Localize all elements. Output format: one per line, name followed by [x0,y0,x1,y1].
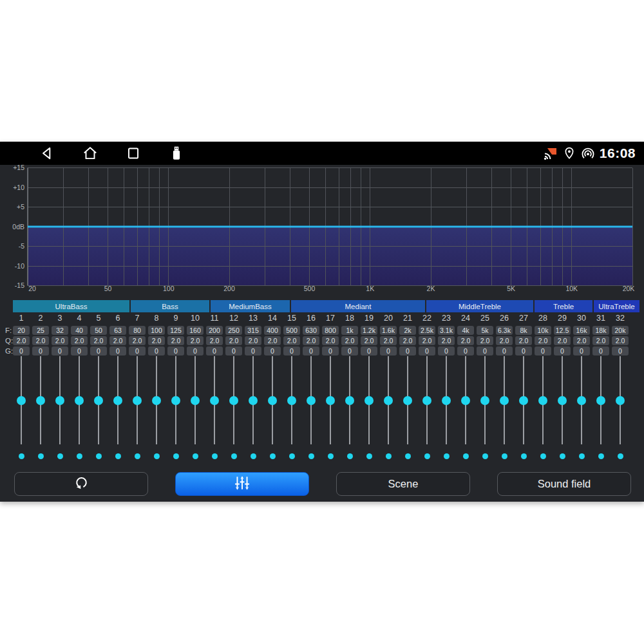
channel-dot[interactable] [115,453,121,459]
channel-dot[interactable] [463,453,469,459]
slider-thumb[interactable] [577,396,586,405]
gain-slider[interactable] [12,356,31,444]
slider-thumb[interactable] [558,396,567,405]
channel-dot[interactable] [482,453,488,459]
gain-slider[interactable] [282,356,301,444]
band-segment-mediumbass[interactable]: MediumBass [211,300,290,312]
gain-slider[interactable] [301,356,321,444]
gain-value-box[interactable]: 0 [167,346,184,355]
channel-dot[interactable] [154,453,160,459]
q-value-box[interactable]: 2.0 [438,336,455,345]
gain-slider[interactable] [243,356,263,444]
frequency-value-box[interactable]: 315 [245,326,261,335]
gain-value-box[interactable]: 0 [109,346,126,355]
slider-thumb[interactable] [191,396,200,405]
frequency-value-box[interactable]: 32 [52,326,68,335]
slider-thumb[interactable] [287,396,296,405]
q-value-box[interactable]: 2.0 [109,336,126,345]
slider-thumb[interactable] [17,396,26,405]
slider-thumb[interactable] [519,396,528,405]
frequency-value-box[interactable]: 200 [206,326,223,335]
frequency-value-box[interactable]: 25 [32,326,49,335]
slider-thumb[interactable] [538,396,547,405]
frequency-value-box[interactable]: 50 [90,326,107,335]
q-value-box[interactable]: 2.0 [32,336,49,345]
gain-value-box[interactable]: 0 [341,346,358,355]
gain-slider[interactable] [108,356,128,444]
channel-dot[interactable] [502,453,507,459]
q-value-box[interactable]: 2.0 [399,336,416,345]
gain-value-box[interactable]: 0 [322,346,339,355]
slider-thumb[interactable] [307,396,316,405]
gain-value-box[interactable]: 0 [148,346,165,355]
gain-slider[interactable] [89,356,108,444]
equalizer-button[interactable] [175,472,309,496]
q-value-box[interactable]: 2.0 [187,336,204,345]
gain-value-box[interactable]: 0 [13,346,30,355]
frequency-value-box[interactable]: 1.2k [361,326,377,335]
channel-dot[interactable] [308,453,314,459]
gain-value-box[interactable]: 0 [515,346,532,355]
q-value-box[interactable]: 2.0 [341,336,358,345]
gain-slider[interactable] [340,356,359,444]
q-value-box[interactable]: 2.0 [573,336,590,345]
frequency-value-box[interactable]: 8k [515,326,532,335]
gain-slider[interactable] [359,356,379,444]
slider-thumb[interactable] [268,396,277,405]
q-value-box[interactable]: 2.0 [52,336,68,345]
slider-thumb[interactable] [461,396,470,405]
channel-dot[interactable] [405,453,411,459]
gain-slider[interactable] [379,356,398,444]
gain-value-box[interactable]: 0 [264,346,281,355]
gain-slider[interactable] [533,356,553,444]
gain-value-box[interactable]: 0 [477,346,493,355]
gain-value-box[interactable]: 0 [457,346,474,355]
frequency-value-box[interactable]: 500 [283,326,300,335]
recents-button[interactable] [125,145,142,162]
q-value-box[interactable]: 2.0 [283,336,300,345]
gain-value-box[interactable]: 0 [612,346,629,355]
frequency-value-box[interactable]: 250 [225,326,242,335]
gain-value-box[interactable]: 0 [419,346,435,355]
channel-dot[interactable] [366,453,372,459]
channel-dot[interactable] [540,453,546,459]
slider-thumb[interactable] [365,396,374,405]
slider-thumb[interactable] [210,396,219,405]
frequency-value-box[interactable]: 40 [71,326,88,335]
slider-thumb[interactable] [36,396,45,405]
q-value-box[interactable]: 2.0 [554,336,571,345]
frequency-value-box[interactable]: 20k [612,326,629,335]
channel-dot[interactable] [251,453,256,459]
frequency-value-box[interactable]: 4k [457,326,474,335]
band-segment-ultratreble[interactable]: UltraTreble [594,300,639,312]
channel-dot[interactable] [444,453,450,459]
q-value-box[interactable]: 2.0 [477,336,493,345]
gain-slider[interactable] [321,356,340,444]
q-value-box[interactable]: 2.0 [303,336,319,345]
gain-value-box[interactable]: 0 [129,346,146,355]
channel-dot[interactable] [193,453,198,459]
back-button[interactable] [39,145,55,162]
gain-value-box[interactable]: 0 [399,346,416,355]
channel-dot[interactable] [212,453,218,459]
frequency-value-box[interactable]: 5k [477,326,493,335]
channel-dot[interactable] [618,453,623,459]
q-value-box[interactable]: 2.0 [419,336,435,345]
q-value-box[interactable]: 2.0 [13,336,30,345]
frequency-value-box[interactable]: 800 [322,326,339,335]
channel-dot[interactable] [598,453,604,459]
q-value-box[interactable]: 2.0 [245,336,261,345]
band-segment-middletreble[interactable]: MiddleTreble [426,300,533,312]
gain-value-box[interactable]: 0 [303,346,319,355]
frequency-value-box[interactable]: 100 [148,326,165,335]
gain-slider[interactable] [147,356,166,444]
gain-value-box[interactable]: 0 [52,346,68,355]
gain-slider[interactable] [263,356,282,444]
slider-thumb[interactable] [500,396,509,405]
frequency-value-box[interactable]: 20 [13,326,30,335]
channel-dot[interactable] [77,453,82,459]
slider-thumb[interactable] [249,396,258,405]
slider-thumb[interactable] [442,396,451,405]
gain-value-box[interactable]: 0 [187,346,204,355]
slider-thumb[interactable] [384,396,393,405]
